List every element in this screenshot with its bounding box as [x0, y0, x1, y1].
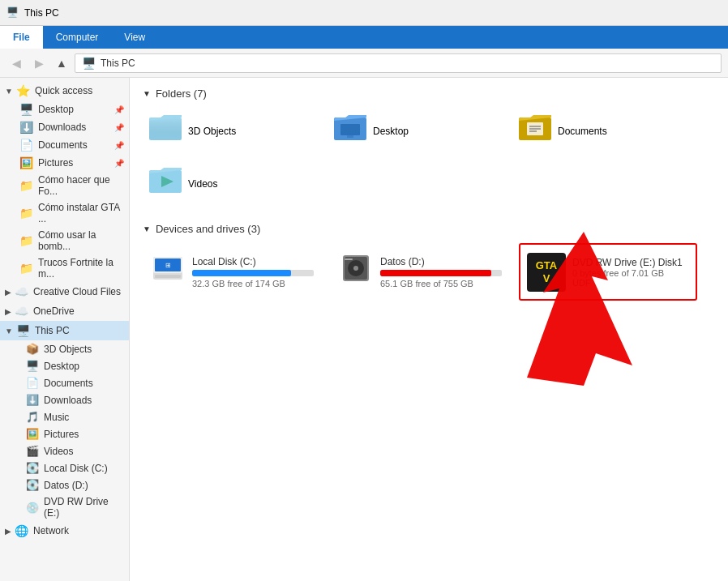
drive-localc-bar [192, 270, 291, 276]
downloads-qa-icon: ⬇️ [19, 121, 33, 134]
sidebar-item-onedrive[interactable]: ▶ ☁️ OneDrive [0, 301, 129, 321]
folder-3d-label: 3D Objects [188, 126, 236, 137]
sidebar-sub-documents[interactable]: 📄 Documents [0, 374, 129, 391]
folder-desktop-icon [334, 113, 366, 149]
sidebar-sub-desktop[interactable]: 🖥️ Desktop [0, 357, 129, 374]
address-path-text: This PC [101, 58, 135, 69]
datosd-sub-label: Datos (D:) [44, 480, 88, 491]
sidebar-item-recent4[interactable]: 📁 Trucos Fortnite la m... [0, 254, 129, 282]
downloads-qa-label: Downloads [38, 122, 86, 133]
folder-3dobjects[interactable]: 3D Objects [143, 108, 321, 154]
folder-videos[interactable]: Videos [143, 160, 321, 207]
back-button[interactable]: ◀ [6, 53, 26, 73]
sidebar-item-desktop-qa[interactable]: 🖥️ Desktop 📌 [0, 100, 129, 118]
dvde-sub-label: DVD RW Drive (E:) [44, 496, 124, 519]
drive-dvde-icon: GTAV [527, 253, 566, 292]
desktop-sub-label: Desktop [44, 361, 79, 372]
pin-icon: 📌 [114, 105, 124, 114]
dvde-sub-icon: 💿 [26, 502, 39, 514]
drive-dvde-name: DVD RW Drive (E:) Disk1 [572, 257, 689, 268]
up-button[interactable]: ▲ [52, 53, 71, 73]
sidebar-section-network[interactable]: ▶ 🌐 Network [0, 521, 129, 540]
cc-icon: ☁️ [15, 285, 28, 298]
music-sub-label: Music [44, 412, 69, 423]
desktop-qa-icon: 🖥️ [19, 103, 33, 116]
sidebar-sub-videos[interactable]: 🎬 Videos [0, 442, 129, 459]
drive-datosd[interactable]: Datos (D:) 65.1 GB free of 755 GB [331, 243, 509, 301]
drives-label: Devices and drives (3) [156, 223, 260, 235]
folder-desktop[interactable]: Desktop [328, 108, 506, 154]
localc-sub-label: Local Disk (C:) [44, 463, 108, 474]
drive-datosd-details: 65.1 GB free of 755 GB [380, 279, 502, 288]
title-bar-icon: 🖥️ [6, 6, 19, 19]
address-bar: ◀ ▶ ▲ 🖥️ This PC [0, 49, 728, 78]
drive-dvde[interactable]: GTAV DVD RW Drive (E:) Disk1 0 bytes fre… [519, 243, 697, 301]
sidebar-item-recent1[interactable]: 📁 Cómo hacer que Fo... [0, 172, 129, 199]
thispc-icon: 🖥️ [16, 324, 30, 337]
recent3-icon: 📁 [19, 234, 33, 247]
sidebar-item-creative-cloud[interactable]: ▶ ☁️ Creative Cloud Files [0, 282, 129, 301]
sidebar-item-pictures-qa[interactable]: 🖼️ Pictures 📌 [0, 154, 129, 172]
sidebar-sub-dvde[interactable]: 💿 DVD RW Drive (E:) [0, 493, 129, 521]
downloads-sub-label: Downloads [44, 395, 92, 406]
sidebar-item-recent2[interactable]: 📁 Cómo instalar GTA ... [0, 199, 129, 227]
main-layout: ▼ ⭐ Quick access 🖥️ Desktop 📌 ⬇️ Downloa… [0, 78, 728, 581]
quick-access-icon: ⭐ [16, 84, 30, 97]
sidebar-item-documents-qa[interactable]: 📄 Documents 📌 [0, 136, 129, 154]
pin-icon-doc: 📌 [114, 141, 124, 150]
recent3-label: Cómo usar la bomb... [38, 229, 124, 252]
sidebar-sub-music[interactable]: 🎵 Music [0, 408, 129, 425]
sidebar-sub-3dobjects[interactable]: 📦 3D Objects [0, 340, 129, 357]
forward-button[interactable]: ▶ [29, 53, 49, 73]
sidebar-section-thispc[interactable]: ▼ 🖥️ This PC [0, 321, 129, 340]
folders-section-header[interactable]: ▼ Folders (7) [143, 88, 715, 100]
drive-localc[interactable]: ⊞ Local Disk (C:) 32.3 GB free of 174 GB [143, 243, 321, 301]
drive-dvde-details: 0 bytes free of 7.01 GB [572, 268, 689, 278]
folder-documents[interactable]: Documents [512, 108, 691, 154]
drive-datosd-bar [380, 270, 491, 276]
expand-icon: ▼ [5, 87, 13, 96]
drive-datosd-bar-container [380, 270, 502, 276]
sidebar-item-downloads-qa[interactable]: ⬇️ Downloads 📌 [0, 118, 129, 136]
od-expand-icon: ▶ [5, 307, 11, 316]
svg-rect-4 [347, 135, 353, 138]
3dobjects-icon: 📦 [26, 343, 39, 355]
tab-computer[interactable]: Computer [43, 26, 112, 49]
drives-grid: ⊞ Local Disk (C:) 32.3 GB free of 174 GB [143, 243, 715, 301]
folder-videos-label: Videos [188, 178, 217, 190]
recent4-label: Trucos Fortnite la m... [38, 257, 124, 280]
svg-rect-16 [155, 275, 181, 278]
tab-view[interactable]: View [111, 26, 158, 49]
od-label: OneDrive [33, 305, 75, 317]
svg-rect-21 [345, 258, 353, 260]
sidebar-sub-localc[interactable]: 💽 Local Disk (C:) [0, 459, 129, 476]
pictures-qa-label: Pictures [38, 157, 73, 169]
drive-localc-icon: ⊞ [150, 250, 186, 293]
folder-desktop-label: Desktop [373, 126, 409, 137]
pin-icon-dl: 📌 [114, 123, 124, 132]
sidebar-section-quick-access[interactable]: ▼ ⭐ Quick access [0, 81, 129, 100]
ribbon: File Computer View [0, 26, 728, 49]
recent2-label: Cómo instalar GTA ... [38, 202, 124, 224]
sidebar-sub-datosd[interactable]: 💽 Datos (D:) [0, 476, 129, 493]
pictures-sub-label: Pictures [44, 429, 79, 440]
documents-qa-label: Documents [38, 139, 88, 151]
recent1-label: Cómo hacer que Fo... [38, 174, 124, 197]
sidebar-sub-downloads[interactable]: ⬇️ Downloads [0, 391, 129, 408]
3dobjects-label: 3D Objects [44, 344, 92, 355]
drives-section-header[interactable]: ▼ Devices and drives (3) [143, 223, 715, 235]
drive-localc-info: Local Disk (C:) 32.3 GB free of 174 GB [192, 256, 314, 288]
drive-dvde-info: DVD RW Drive (E:) Disk1 0 bytes free of … [572, 257, 689, 288]
address-path[interactable]: 🖥️ This PC [75, 53, 722, 73]
videos-sub-icon: 🎬 [26, 445, 39, 457]
tab-file[interactable]: File [0, 26, 43, 49]
folder-documents-icon [519, 113, 551, 149]
desktop-sub-icon: 🖥️ [26, 360, 39, 372]
title-bar: 🖥️ This PC [0, 0, 728, 26]
net-label: Network [33, 525, 69, 536]
sidebar-sub-pictures[interactable]: 🖼️ Pictures [0, 425, 129, 442]
recent1-icon: 📁 [19, 179, 33, 192]
datosd-sub-icon: 💽 [26, 479, 39, 491]
content-area: ▼ Folders (7) 3D Objects [130, 78, 728, 581]
sidebar-item-recent3[interactable]: 📁 Cómo usar la bomb... [0, 227, 129, 254]
